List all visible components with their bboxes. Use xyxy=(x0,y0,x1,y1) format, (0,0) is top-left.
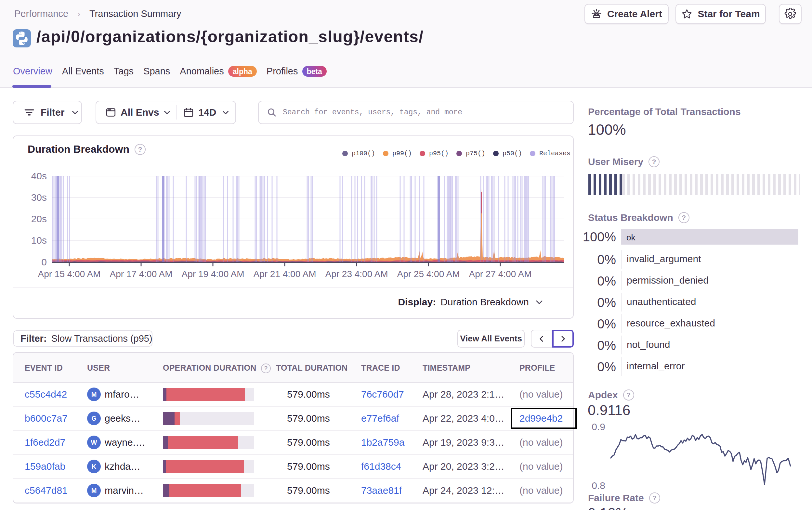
svg-text:20s: 20s xyxy=(31,213,47,224)
svg-text:Apr 19 4:00 AM: Apr 19 4:00 AM xyxy=(181,269,244,279)
svg-text:10s: 10s xyxy=(31,235,47,246)
svg-text:Apr 25 4:00 AM: Apr 25 4:00 AM xyxy=(397,269,460,279)
svg-text:Apr 15 4:00 AM: Apr 15 4:00 AM xyxy=(38,269,100,279)
svg-text:40s: 40s xyxy=(31,171,47,181)
svg-text:Apr 23 4:00 AM: Apr 23 4:00 AM xyxy=(325,269,388,279)
svg-text:30s: 30s xyxy=(31,192,47,203)
svg-text:Apr 27 4:00 AM: Apr 27 4:00 AM xyxy=(469,269,531,279)
svg-text:0: 0 xyxy=(41,257,47,267)
svg-text:Apr 21 4:00 AM: Apr 21 4:00 AM xyxy=(253,269,316,279)
svg-text:Apr 17 4:00 AM: Apr 17 4:00 AM xyxy=(110,269,172,279)
